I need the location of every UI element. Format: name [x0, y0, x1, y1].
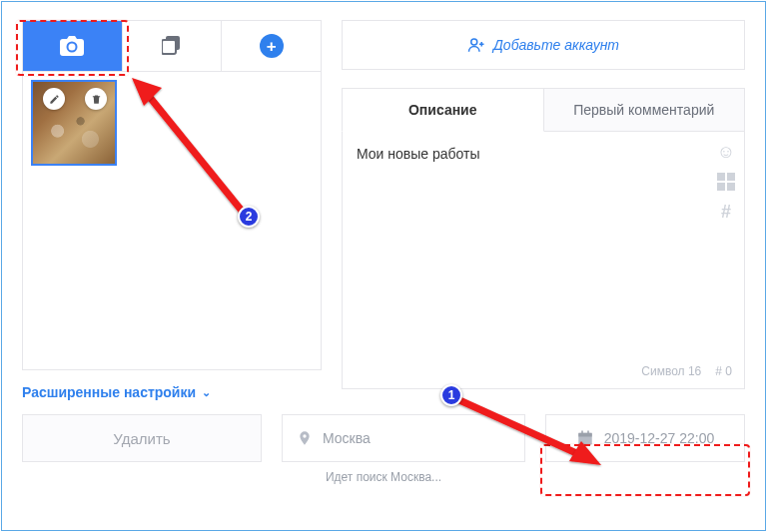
advanced-settings-label: Расширенные настройки: [22, 384, 196, 400]
tab-first-comment[interactable]: Первый комментарий: [544, 88, 746, 132]
delete-label: Удалить: [113, 430, 170, 447]
grid-icon[interactable]: [716, 172, 736, 192]
hashtag-icon[interactable]: #: [716, 202, 736, 222]
caption-editor[interactable]: Мои новые работы ☺ # Символ 16 # 0: [342, 132, 745, 389]
user-plus-icon: [467, 36, 485, 54]
trash-icon: [91, 94, 102, 105]
stack-icon: [162, 36, 182, 56]
right-column: Добавьте аккаунт Описание Первый коммент…: [342, 20, 745, 400]
pencil-icon: [49, 94, 60, 105]
media-type-tabs: +: [22, 20, 322, 71]
pin-icon: [297, 430, 313, 446]
caption-counter: Символ 16 # 0: [641, 364, 732, 378]
add-account-label: Добавьте аккаунт: [493, 37, 619, 53]
tab-description[interactable]: Описание: [342, 88, 544, 132]
content-tabs: Описание Первый комментарий: [342, 88, 745, 132]
media-thumbnail[interactable]: [31, 80, 117, 166]
delete-button[interactable]: Удалить: [22, 414, 262, 462]
camera-icon: [60, 36, 84, 56]
svg-rect-4: [578, 433, 592, 437]
tab-description-label: Описание: [408, 102, 477, 118]
caption-text: Мои новые работы: [357, 146, 704, 162]
location-input[interactable]: Москва: [282, 414, 525, 462]
add-account-button[interactable]: Добавьте аккаунт: [342, 20, 745, 70]
tab-add[interactable]: +: [222, 21, 321, 71]
left-column: + Расширенные настройки ⌄: [22, 20, 322, 400]
emoji-icon[interactable]: ☺: [716, 142, 736, 162]
svg-rect-6: [587, 431, 589, 435]
bottom-actions: Удалить Москва 2019-12-27 22:00: [22, 414, 745, 462]
datetime-value: 2019-12-27 22:00: [604, 430, 715, 446]
calendar-icon: [576, 429, 594, 447]
tab-carousel[interactable]: [123, 21, 223, 71]
tab-photo[interactable]: [23, 21, 123, 71]
edit-button[interactable]: [43, 88, 65, 110]
plus-icon: +: [260, 34, 284, 58]
location-value: Москва: [323, 430, 371, 446]
advanced-settings-toggle[interactable]: Расширенные настройки ⌄: [22, 384, 322, 400]
editor-side-tools: ☺ #: [716, 142, 736, 222]
datetime-input[interactable]: 2019-12-27 22:00: [545, 414, 745, 462]
svg-rect-1: [162, 40, 176, 54]
svg-rect-5: [581, 431, 583, 435]
delete-thumb-button[interactable]: [85, 88, 107, 110]
chevron-down-icon: ⌄: [202, 386, 211, 399]
svg-point-2: [471, 39, 477, 45]
status-text: Идет поиск Москва...: [22, 470, 745, 484]
media-grid: [22, 71, 322, 370]
tab-first-comment-label: Первый комментарий: [573, 102, 714, 118]
app-frame: + Расширенные настройки ⌄: [1, 1, 766, 531]
